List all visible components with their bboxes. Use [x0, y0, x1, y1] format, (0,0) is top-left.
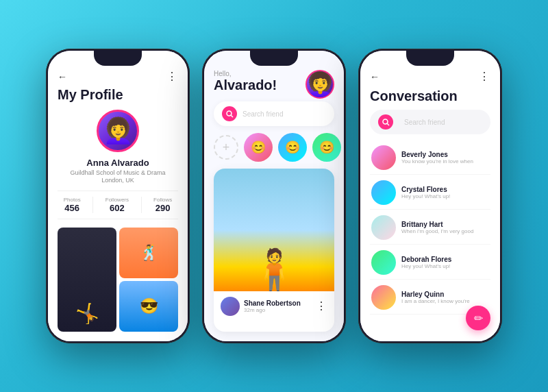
list-item[interactable]: Beverly Jones You know you're in love wh…	[370, 141, 490, 175]
search-icon	[225, 110, 234, 118]
card-time: 32m ago	[244, 307, 301, 313]
conv-search-bar[interactable]: Search friend	[370, 110, 490, 134]
follows-value: 290	[153, 203, 172, 213]
conv-title: Conversation	[370, 88, 490, 104]
followers-value: 602	[105, 203, 129, 213]
conv-topbar: ← ⋮	[370, 70, 490, 83]
card-footer: Shane Robertson 32m ago ⋮	[214, 291, 334, 321]
conv-avatar-4	[371, 250, 396, 275]
conv-text-5: Harley Quinn I am a dancer, I know you'r…	[401, 291, 489, 304]
conv-avatar-3	[371, 215, 396, 240]
conv-text-4: Deborah Flores Hey you! What's up!	[401, 256, 489, 269]
conv-avatar-2	[371, 180, 396, 205]
conv-name-4: Deborah Flores	[401, 256, 489, 263]
friend-bubble-3[interactable]	[312, 133, 341, 162]
hello-name: Alvarado!	[214, 77, 277, 93]
photo-2	[119, 228, 178, 278]
conv-text-3: Brittany Hart When i'm good, I'm very go…	[401, 221, 489, 234]
phone-2: Hello, Alvarado! Search friend +	[202, 49, 346, 343]
post-image	[214, 169, 334, 291]
friend-bubble-2[interactable]	[278, 133, 307, 162]
conv-search-placeholder: Search friend	[404, 119, 445, 126]
list-item[interactable]: Crystal Flores Hey you! What's up!	[370, 176, 490, 210]
phone-notch-1	[94, 51, 142, 66]
conv-msg-3: When i'm good, I'm very good	[401, 228, 489, 234]
friends-row: +	[214, 133, 334, 162]
page-title: My Profile	[58, 87, 178, 103]
conv-msg-4: Hey you! What's up!	[401, 263, 489, 269]
conv-text-1: Beverly Jones You know you're in love wh…	[401, 151, 489, 164]
card-author: Shane Robertson	[244, 299, 301, 307]
conv-name-3: Brittany Hart	[401, 221, 489, 228]
phone-notch-3	[406, 51, 454, 66]
conv-name-2: Crystal Flores	[401, 186, 489, 193]
list-item[interactable]: Deborah Flores Hey you! What's up!	[370, 246, 490, 280]
phone-3: ← ⋮ Conversation Search friend Beverly J…	[358, 49, 502, 343]
greeting-text: Hello,	[214, 70, 277, 77]
greeting-block: Hello, Alvarado!	[214, 70, 277, 93]
conv-avatar-5	[371, 285, 396, 310]
conv-text-2: Crystal Flores Hey you! What's up!	[401, 186, 489, 199]
hello-avatar	[306, 70, 334, 99]
add-friend-button[interactable]: +	[214, 135, 238, 160]
conv-msg-5: I am a dancer, I know you're	[401, 298, 489, 304]
hello-topbar: Hello, Alvarado!	[214, 70, 334, 99]
card-user-info: Shane Robertson 32m ago	[244, 299, 301, 313]
svg-line-3	[387, 123, 389, 125]
search-placeholder: Search friend	[242, 110, 283, 118]
stat-follows: Follows 290	[153, 197, 172, 213]
photo-1	[58, 228, 116, 332]
friend-bubble-1[interactable]	[244, 133, 273, 162]
user-school: Guildhall School of Music & Drama	[58, 169, 178, 176]
avatar	[97, 110, 139, 152]
conv-back-arrow[interactable]: ←	[370, 71, 379, 82]
photo-3	[119, 281, 178, 332]
conversation-list: Beverly Jones You know you're in love wh…	[370, 141, 490, 332]
conv-more-icon[interactable]: ⋮	[479, 70, 490, 83]
compose-fab-button[interactable]: ✏	[466, 306, 490, 330]
svg-line-1	[231, 115, 233, 117]
search-icon-circle	[222, 106, 237, 121]
conv-search-icon	[382, 118, 390, 126]
conv-msg-1: You know you're in love when	[401, 158, 489, 164]
photos-value: 456	[64, 203, 81, 213]
post-card: Shane Robertson 32m ago ⋮	[214, 169, 334, 332]
photos-label: Photos	[64, 197, 81, 203]
more-options-icon[interactable]: ⋮	[166, 70, 178, 83]
conv-msg-2: Hey you! What's up!	[401, 193, 489, 199]
stat-divider-2	[141, 197, 142, 213]
avatar-container	[58, 110, 178, 152]
svg-point-0	[227, 111, 232, 116]
follows-label: Follows	[153, 197, 172, 203]
user-location: London, UK	[58, 177, 178, 184]
stat-photos: Photos 456	[64, 197, 81, 213]
conv-search-icon-circle	[378, 114, 393, 130]
conv-avatar-1	[371, 145, 396, 170]
back-arrow-icon[interactable]: ←	[58, 71, 67, 82]
card-user-avatar	[221, 297, 240, 316]
phone-1: ← ⋮ My Profile Anna Alvarado Guildhall S…	[46, 49, 190, 343]
user-name: Anna Alvarado	[58, 158, 178, 168]
stats-row: Photos 456 Followers 602 Follows 290	[58, 191, 178, 219]
conv-name-1: Beverly Jones	[401, 151, 489, 158]
stat-followers: Followers 602	[105, 197, 129, 213]
followers-label: Followers	[105, 197, 129, 203]
card-more-icon[interactable]: ⋮	[316, 299, 327, 313]
conv-name-5: Harley Quinn	[401, 291, 489, 298]
profile-topbar: ← ⋮	[58, 70, 178, 83]
stat-divider-1	[92, 197, 93, 213]
search-bar[interactable]: Search friend	[214, 101, 334, 126]
phone-notch-2	[250, 51, 298, 66]
list-item[interactable]: Brittany Hart When i'm good, I'm very go…	[370, 211, 490, 245]
card-user: Shane Robertson 32m ago	[221, 297, 301, 316]
photos-grid	[58, 228, 178, 332]
svg-point-2	[383, 119, 388, 124]
